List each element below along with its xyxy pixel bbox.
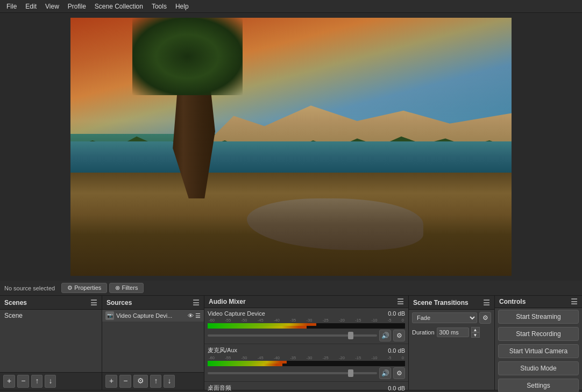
controls-title: Controls <box>499 298 526 305</box>
scene-item[interactable]: Scene <box>0 310 102 322</box>
gear-icon: ⚙ <box>67 284 73 291</box>
transition-type-select[interactable]: Fade Cut Swipe Slide <box>412 312 477 323</box>
filters-button[interactable]: ⊗ Filters <box>109 283 144 293</box>
menu-edit[interactable]: Edit <box>21 2 41 11</box>
audio-ch1-controls: 🔊 ⚙ <box>208 330 405 341</box>
audio-ch2-fader-thumb <box>348 369 353 377</box>
source-add-button[interactable]: + <box>105 375 117 388</box>
controls-menu-icon[interactable]: ☰ <box>571 297 578 306</box>
scenes-panel-header: Scenes ☰ <box>0 296 102 310</box>
scenes-panel: Scenes ☰ Scene + − ↑ ↓ <box>0 296 102 390</box>
duration-row: Duration ▲ ▼ <box>409 326 494 339</box>
sources-menu-icon[interactable]: ☰ <box>193 298 200 307</box>
source-settings-button[interactable]: ⚙ <box>133 375 148 388</box>
menu-view[interactable]: View <box>41 2 63 11</box>
audio-ch1-settings-button[interactable]: ⚙ <box>393 330 405 341</box>
source-down-button[interactable]: ↓ <box>164 375 175 388</box>
sources-footer: + − ⚙ ↑ ↓ <box>102 372 204 390</box>
start-recording-button[interactable]: Start Recording <box>498 327 579 341</box>
transitions-menu-icon[interactable]: ☰ <box>483 298 490 307</box>
preview-container <box>0 13 582 281</box>
duration-up-button[interactable]: ▲ <box>471 327 480 332</box>
audio-scale-ch2: -60-55-50-45-40-35-30-25-20-15-10-50 <box>208 355 405 360</box>
source-status-bar: No source selected ⚙ Properties ⊗ Filter… <box>0 281 582 296</box>
audio-ch1-db: 0.0 dB <box>388 310 405 317</box>
start-virtual-camera-button[interactable]: Start Virtual Camera <box>498 344 579 358</box>
audio-ch2-settings-button[interactable]: ⚙ <box>393 367 405 379</box>
source-config-icon[interactable]: ☰ <box>195 312 201 319</box>
audio-ch1-mute-button[interactable]: 🔊 <box>379 330 391 341</box>
source-remove-button[interactable]: − <box>119 375 131 388</box>
scene-down-button[interactable]: ↓ <box>45 375 56 388</box>
settings-button[interactable]: Settings <box>498 379 579 392</box>
studio-mode-button[interactable]: Studio Mode <box>498 361 579 375</box>
source-up-button[interactable]: ↑ <box>150 375 161 388</box>
audio-ch2-mute-button[interactable]: 🔊 <box>379 367 391 379</box>
audio-scale-top: -60-55-50-45-40-35-30-25-20-15-10-50 <box>208 318 405 323</box>
source-eye-icon[interactable]: 👁 <box>188 312 194 319</box>
scenes-footer: + − ↑ ↓ <box>0 372 102 390</box>
audio-ch2-name: 麦克风/Aux <box>208 346 237 354</box>
duration-arrows: ▲ ▼ <box>471 327 480 338</box>
tree-top <box>132 18 243 95</box>
audio-ch2-db: 0.0 dB <box>388 347 405 354</box>
filter-icon: ⊗ <box>115 284 120 291</box>
menu-tools[interactable]: Tools <box>147 2 171 11</box>
source-type-icon: 📷 <box>105 311 114 320</box>
audio-channel-2: 麦克风/Aux 0.0 dB -60-55-50-45-40-35-30-25-… <box>204 344 408 382</box>
scenes-menu-icon[interactable]: ☰ <box>90 298 97 307</box>
sources-panel: Sources ☰ 📷 Video Capture Devi... 👁 ☰ + … <box>102 296 204 390</box>
menu-file[interactable]: File <box>2 2 21 11</box>
menu-help[interactable]: Help <box>171 2 193 11</box>
audio-channel-1: Video Capture Device 0.0 dB -60-55-50-45… <box>204 308 408 344</box>
preview-image <box>70 18 512 276</box>
audio-ch3-db: 0.0 dB <box>388 385 405 391</box>
transition-gear-button[interactable]: ⚙ <box>479 312 491 324</box>
menu-profile[interactable]: Profile <box>63 2 90 11</box>
audio-mixer-menu-icon[interactable]: ☰ <box>397 297 404 306</box>
transition-select-row: Fade Cut Swipe Slide ⚙ <box>409 310 494 326</box>
sources-panel-header: Sources ☰ <box>102 296 204 310</box>
scene-remove-button[interactable]: − <box>17 375 29 388</box>
preview-canvas <box>70 18 512 276</box>
source-item[interactable]: 📷 Video Capture Devi... 👁 ☰ <box>102 310 204 322</box>
audio-ch3-name: 桌面音频 <box>208 384 231 392</box>
audio-ch1-name: Video Capture Device <box>208 310 265 317</box>
gear-icon: ⚙ <box>482 314 488 322</box>
menu-bar: File Edit View Profile Scene Collection … <box>0 0 582 13</box>
properties-button[interactable]: ⚙ Properties <box>61 283 107 293</box>
duration-label: Duration <box>412 329 435 336</box>
audio-channel-3: 桌面音频 0.0 dB -60-55-50-45-40-35-30-25-20-… <box>204 382 408 392</box>
controls-panel-header: Controls ☰ <box>495 296 582 308</box>
sources-title: Sources <box>107 299 132 307</box>
audio-mixer-header: Audio Mixer ☰ <box>204 296 408 308</box>
duration-down-button[interactable]: ▼ <box>471 332 480 338</box>
scene-add-button[interactable]: + <box>3 375 15 388</box>
scenes-title: Scenes <box>4 299 27 307</box>
transitions-title: Scene Transitions <box>413 299 469 307</box>
audio-ch1-meter <box>208 323 405 329</box>
audio-mixer-title: Audio Mixer <box>209 298 246 305</box>
audio-ch1-fader[interactable] <box>208 334 377 337</box>
audio-ch2-meter-bot <box>208 364 282 366</box>
audio-ch1-meter-bot <box>208 326 307 329</box>
start-streaming-button[interactable]: Start Streaming <box>498 310 579 324</box>
audio-ch2-fader[interactable] <box>208 372 377 374</box>
no-source-text: No source selected <box>4 285 55 291</box>
audio-ch1-fader-thumb <box>348 332 353 339</box>
source-label: Video Capture Devi... <box>116 312 172 319</box>
audio-ch2-meter <box>208 361 405 366</box>
duration-input[interactable] <box>437 327 469 337</box>
bottom-panels: Scenes ☰ Scene + − ↑ ↓ Sources ☰ 📷 Video… <box>0 296 582 390</box>
transitions-panel-header: Scene Transitions ☰ <box>409 296 494 310</box>
audio-ch2-controls: 🔊 ⚙ <box>208 367 405 379</box>
scene-transitions-panel: Scene Transitions ☰ Fade Cut Swipe Slide… <box>409 296 495 390</box>
audio-mixer-panel: Audio Mixer ☰ Video Capture Device 0.0 d… <box>204 296 409 390</box>
controls-panel: Controls ☰ Start Streaming Start Recordi… <box>495 296 582 390</box>
scene-up-button[interactable]: ↑ <box>31 375 42 388</box>
menu-scene-collection[interactable]: Scene Collection <box>90 2 147 11</box>
